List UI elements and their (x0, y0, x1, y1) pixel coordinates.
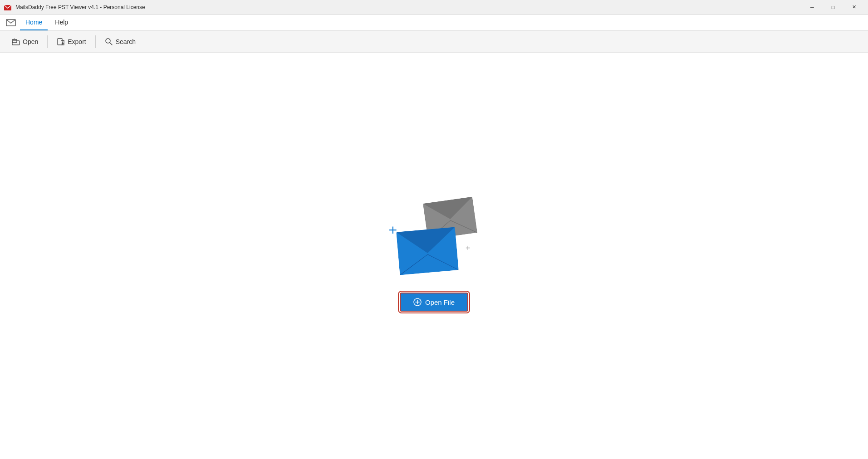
menu-item-help[interactable]: Help (49, 15, 74, 30)
app-logo-icon (4, 3, 12, 11)
main-content: + + (0, 53, 868, 459)
svg-line-8 (110, 43, 112, 45)
close-button[interactable]: ✕ (843, 0, 864, 15)
separator-2 (95, 35, 96, 48)
menu-bar: Home Help (0, 15, 868, 31)
separator-3 (145, 35, 145, 48)
open-file-icon (413, 298, 422, 306)
toolbar: Open Export Search (0, 31, 868, 53)
plus-small-icon: + (466, 244, 471, 252)
mail-icon (5, 17, 16, 28)
plus-large-icon: + (389, 223, 397, 237)
svg-rect-5 (58, 39, 62, 45)
open-file-button[interactable]: Open File (400, 293, 468, 312)
minimize-button[interactable]: ─ (802, 0, 823, 15)
search-icon (105, 38, 113, 46)
center-widget: + + (389, 200, 480, 312)
email-illustration: + + (389, 200, 480, 282)
open-file-label: Open File (425, 298, 455, 306)
title-bar-controls: ─ □ ✕ (802, 0, 864, 15)
maximize-button[interactable]: □ (823, 0, 843, 15)
title-bar-left: MailsDaddy Free PST Viewer v4.1 - Person… (4, 3, 145, 11)
open-icon (12, 38, 20, 46)
separator-1 (47, 35, 48, 48)
search-button[interactable]: Search (98, 34, 142, 50)
window-title: MailsDaddy Free PST Viewer v4.1 - Person… (15, 4, 145, 10)
title-bar: MailsDaddy Free PST Viewer v4.1 - Person… (0, 0, 868, 15)
envelope-blue-icon (396, 227, 459, 275)
export-button[interactable]: Export (50, 34, 92, 50)
menu-item-home[interactable]: Home (20, 15, 48, 30)
open-button[interactable]: Open (5, 34, 44, 50)
export-icon (57, 38, 65, 46)
